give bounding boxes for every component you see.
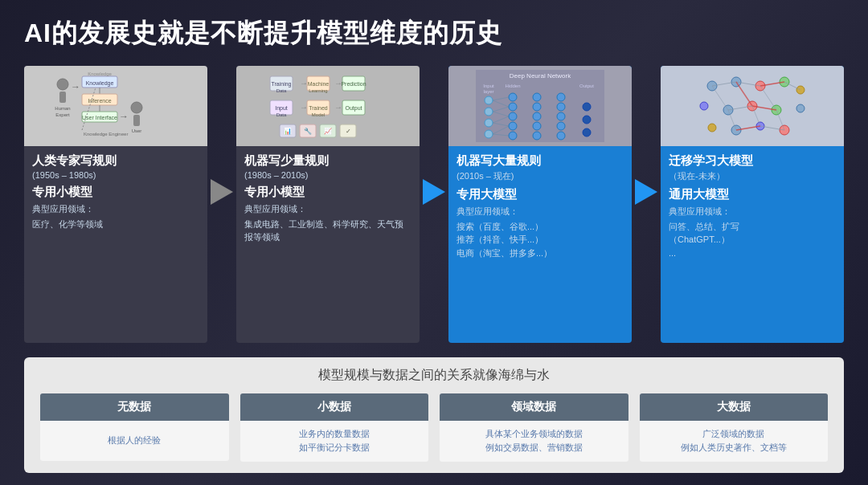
- svg-text:Deep Neural Network: Deep Neural Network: [510, 72, 571, 79]
- svg-point-57: [485, 130, 493, 138]
- evo-card-3: Deep Neural Network Input layer Hidden: [448, 66, 632, 343]
- svg-point-59: [509, 93, 517, 101]
- svg-point-60: [509, 103, 517, 111]
- bottom-section: 模型规模与数据之间的关系就像海绵与水 无数据 根据人的经验 小数据 业务内的数量…: [24, 357, 844, 473]
- evo-card-3-model-type: 专用大模型: [457, 187, 624, 202]
- svg-text:Output: Output: [579, 84, 594, 88]
- svg-text:→: →: [71, 81, 80, 92]
- svg-text:Prediction: Prediction: [341, 81, 366, 87]
- svg-text:Data: Data: [276, 88, 287, 93]
- svg-text:Knowledge: Knowledge: [88, 71, 112, 76]
- svg-point-64: [533, 93, 541, 101]
- evo-card-4-desc: 问答、总结、扩写 （ChatGPT...） ...: [669, 220, 836, 260]
- bottom-title: 模型规模与数据之间的关系就像海绵与水: [40, 367, 828, 384]
- svg-point-77: [583, 128, 591, 137]
- svg-text:Machine: Machine: [308, 81, 330, 87]
- svg-text:📊: 📊: [284, 127, 292, 135]
- svg-point-1: [57, 79, 68, 90]
- svg-text:Learning: Learning: [309, 88, 327, 93]
- evo-card-1: Human Expert → Knowledge Knowledge I: [24, 66, 207, 343]
- evo-card-2: Training Data → Machine Learning → Predi…: [236, 66, 420, 343]
- nn-diagram-placeholder: Deep Neural Network Input layer Hidden: [448, 66, 632, 146]
- evolution-section: Human Expert → Knowledge Knowledge I: [24, 66, 844, 343]
- data-card-1: 小数据 业务内的数量数据 如平衡记分卡数据: [240, 393, 429, 462]
- data-card-0: 无数据 根据人的经验: [40, 393, 229, 462]
- svg-text:Human: Human: [55, 106, 70, 111]
- arrow-3: [632, 66, 661, 343]
- svg-text:Output: Output: [345, 105, 362, 112]
- ml-diagram-placeholder: Training Data → Machine Learning → Predi…: [236, 66, 420, 146]
- data-card-2-header: 领域数据: [440, 393, 628, 421]
- svg-point-68: [533, 132, 541, 140]
- svg-point-69: [557, 93, 565, 101]
- evo-card-1-period: (1950s – 1980s): [32, 170, 199, 180]
- data-card-3-body: 广泛领域的数据 例如人类历史著作、文档等: [640, 421, 829, 462]
- svg-point-56: [485, 119, 493, 127]
- evo-card-3-desc: 搜索（百度、谷歌...） 推荐（抖音、快手...） 电商（淘宝、拼多多...）: [457, 220, 624, 260]
- svg-text:Model: Model: [312, 112, 325, 117]
- evo-card-3-content: 机器写大量规则 (2010s – 现在) 专用大模型 典型应用领域： 搜索（百度…: [448, 146, 632, 343]
- evo-card-3-title: 机器写大量规则: [457, 153, 624, 169]
- svg-point-76: [583, 116, 591, 124]
- svg-point-66: [533, 112, 541, 120]
- evo-card-4-image: [661, 66, 844, 146]
- svg-point-72: [557, 122, 565, 130]
- data-card-1-body: 业务内的数量数据 如平衡记分卡数据: [240, 421, 429, 462]
- svg-text:🔧: 🔧: [304, 127, 312, 135]
- svg-text:User Interface: User Interface: [82, 115, 117, 120]
- data-card-2: 领域数据 具体某个业务领域的数据 例如交易数据、营销数据: [440, 393, 628, 462]
- evo-card-1-desc: 医疗、化学等领域: [32, 218, 199, 231]
- evo-card-1-model-type: 专用小模型: [32, 185, 199, 200]
- svg-rect-17: [133, 115, 140, 126]
- svg-text:→: →: [119, 111, 129, 122]
- evo-card-2-desc-title: 典型应用领域：: [244, 203, 411, 215]
- data-card-0-header: 无数据: [40, 393, 229, 421]
- svg-rect-2: [59, 92, 66, 103]
- evo-card-2-content: 机器写少量规则 (1980s – 2010s) 专用小模型 典型应用领域： 集成…: [236, 146, 420, 343]
- evo-card-4-period: （现在-未来）: [669, 170, 836, 182]
- svg-text:layer: layer: [483, 89, 493, 94]
- data-card-2-body: 具体某个业务领域的数据 例如交易数据、营销数据: [440, 421, 628, 462]
- evo-card-2-model-type: 专用小模型: [244, 185, 411, 200]
- data-card-3: 大数据 广泛领域的数据 例如人类历史著作、文档等: [640, 393, 829, 462]
- data-card-0-body: 根据人的经验: [40, 421, 229, 461]
- svg-point-97: [708, 124, 716, 132]
- page-title: AI的发展史就是不断提升模型维度的历史: [24, 16, 844, 51]
- svg-point-70: [557, 103, 565, 111]
- arrow-blue-icon-2: [635, 179, 657, 205]
- svg-text:✓: ✓: [346, 128, 351, 135]
- arrow-2: [420, 66, 448, 343]
- transfer-diagram-placeholder: [661, 66, 844, 146]
- svg-point-71: [557, 112, 565, 120]
- svg-point-96: [796, 104, 805, 112]
- evo-card-1-title: 人类专家写规则: [32, 153, 199, 169]
- evo-card-1-content: 人类专家写规则 (1950s – 1980s) 专用小模型 典型应用领域： 医疗…: [24, 146, 207, 343]
- data-cards-container: 无数据 根据人的经验 小数据 业务内的数量数据 如平衡记分卡数据 领域数据 具体…: [40, 393, 828, 462]
- svg-point-61: [509, 112, 517, 120]
- expert-system-diagram: Human Expert → Knowledge Knowledge I: [24, 66, 207, 146]
- svg-text:Knowledge: Knowledge: [86, 80, 114, 87]
- evo-card-4-desc-title: 典型应用领域：: [669, 206, 836, 218]
- data-card-1-header: 小数据: [240, 393, 429, 421]
- evo-card-3-image: Deep Neural Network Input layer Hidden: [448, 66, 632, 146]
- evo-card-1-desc-title: 典型应用领域：: [32, 203, 199, 215]
- arrow-1: [207, 66, 236, 343]
- svg-text:Expert: Expert: [55, 112, 70, 117]
- evo-card-4-model-type: 通用大模型: [669, 187, 836, 202]
- svg-point-63: [509, 132, 517, 140]
- svg-text:Inference: Inference: [88, 98, 111, 104]
- evo-card-2-image: Training Data → Machine Learning → Predi…: [236, 66, 420, 146]
- evo-card-2-title: 机器写少量规则: [244, 153, 411, 169]
- svg-text:Input: Input: [275, 105, 288, 112]
- evo-card-2-desc: 集成电路、工业制造、科学研究、天气预报等领域: [244, 218, 411, 244]
- svg-point-65: [533, 103, 541, 111]
- evo-card-3-desc-title: 典型应用领域：: [457, 206, 624, 218]
- svg-text:Hidden: Hidden: [505, 84, 520, 88]
- svg-text:Trained: Trained: [309, 105, 328, 111]
- svg-text:Input: Input: [483, 84, 494, 88]
- data-card-3-header: 大数据: [640, 393, 829, 421]
- svg-point-62: [509, 122, 517, 130]
- svg-text:📈: 📈: [324, 127, 332, 135]
- evo-card-3-period: (2010s – 现在): [457, 170, 624, 182]
- svg-point-75: [583, 103, 591, 111]
